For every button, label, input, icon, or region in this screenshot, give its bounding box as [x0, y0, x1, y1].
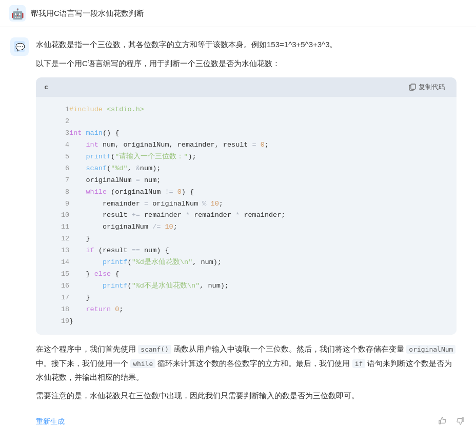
table-row: 3int main() { [44, 128, 448, 139]
thumbs-up-button[interactable] [437, 415, 448, 429]
table-row: 11 originalNum /= 10; [44, 221, 448, 233]
table-row: 9 remainder = originalNum % 10; [44, 198, 448, 210]
note-text: 需要注意的是，水仙花数只在三位数中出现，因此我们只需要判断输入的数是否为三位数即… [36, 389, 457, 403]
svg-text:💬: 💬 [15, 43, 25, 52]
header-title: 帮我用C语言写一段水仙花数判断 [31, 7, 144, 19]
code-block-wrapper: c 复制代码 1#include <stdio.h> 2 3int main()… [36, 77, 457, 335]
inline-code-while: while [130, 359, 155, 368]
table-row: 6 scanf("%d", &num); [44, 163, 448, 175]
bottom-bar: 重新生成 [0, 408, 476, 436]
svg-rect-5 [411, 84, 415, 89]
message-content: 水仙花数是指一个三位数，其各位数字的立方和等于该数本身。例如153=1^3+5^… [36, 37, 457, 403]
copy-code-button[interactable]: 复制代码 [406, 82, 448, 93]
thumbs-down-button[interactable] [454, 415, 466, 429]
intro-text: 水仙花数是指一个三位数，其各位数字的立方和等于该数本身。例如153=1^3+5^… [36, 37, 457, 70]
table-row: 2 [44, 116, 448, 128]
app-header: 🤖 帮我用C语言写一段水仙花数判断 [0, 0, 476, 27]
code-block: 1#include <stdio.h> 2 3int main() { 4 in… [36, 97, 457, 335]
explanation-text: 在这个程序中，我们首先使用 scanf() 函数从用户输入中读取一个三位数。然后… [36, 342, 457, 403]
copy-icon [409, 84, 416, 91]
chat-container: 💬 水仙花数是指一个三位数，其各位数字的立方和等于该数本身。例如153=1^3+… [0, 27, 476, 403]
table-row: 18 return 0; [44, 304, 448, 316]
assistant-avatar: 💬 [10, 37, 29, 56]
code-table: 1#include <stdio.h> 2 3int main() { 4 in… [44, 104, 448, 328]
table-row: 15 } else { [44, 269, 448, 280]
svg-text:🤖: 🤖 [11, 8, 24, 20]
code-lang-label: c [44, 82, 48, 93]
thumbs-down-icon [455, 416, 465, 425]
intro-p1: 水仙花数是指一个三位数，其各位数字的立方和等于该数本身。例如153=1^3+5^… [36, 37, 457, 51]
code-block-header: c 复制代码 [36, 77, 457, 97]
inline-code-if: if [352, 359, 366, 368]
svg-rect-7 [462, 418, 464, 421]
table-row: 10 result += remainder * remainder * rem… [44, 210, 448, 221]
table-row: 5 printf("请输入一个三位数："); [44, 151, 448, 163]
regenerate-button[interactable]: 重新生成 [36, 417, 65, 426]
table-row: 19} [44, 316, 448, 328]
inline-code-scanf: scanf() [138, 345, 171, 354]
table-row: 4 int num, originalNum, remainder, resul… [44, 139, 448, 151]
thumbs-up-icon [438, 416, 447, 425]
table-row: 7 originalNum = num; [44, 175, 448, 187]
table-row: 1#include <stdio.h> [44, 104, 448, 116]
app-icon: 🤖 [9, 5, 26, 22]
feedback-icons [437, 415, 466, 429]
table-row: 12 } [44, 233, 448, 245]
inline-code-originalnum: originalNum [406, 345, 455, 354]
table-row: 8 while (originalNum != 0) { [44, 187, 448, 198]
table-row: 13 if (result == num) { [44, 245, 448, 257]
table-row: 14 printf("%d是水仙花数\n", num); [44, 257, 448, 269]
table-row: 16 printf("%d不是水仙花数\n", num); [44, 280, 448, 292]
svg-rect-6 [439, 420, 441, 424]
table-row: 17 } [44, 292, 448, 304]
intro-p2: 以下是一个用C语言编写的程序，用于判断一个三位数是否为水仙花数： [36, 56, 457, 70]
